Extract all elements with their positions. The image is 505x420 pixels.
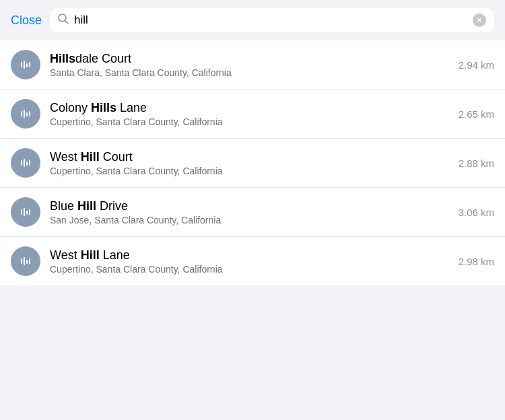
result-distance: 2.88 km [459,158,494,169]
close-button[interactable]: Close [11,13,42,28]
search-header: Close ✕ [0,0,505,40]
svg-rect-16 [26,211,28,215]
svg-rect-12 [26,162,28,166]
location-icon [11,246,40,276]
result-address: Cupertino, Santa Clara County, Californi… [50,166,444,176]
search-bar: ✕ [50,8,494,32]
list-item[interactable]: Hillsdale CourtSanta Clara, Santa Clara … [0,40,505,90]
svg-rect-5 [29,62,30,67]
results-list: Hillsdale CourtSanta Clara, Santa Clara … [0,40,505,285]
svg-rect-17 [29,209,30,215]
svg-rect-11 [24,159,25,167]
svg-rect-18 [21,258,22,264]
svg-rect-19 [24,257,25,265]
result-name: West Hill Court [50,150,444,164]
list-item[interactable]: Colony Hills LaneCupertino, Santa Clara … [0,90,505,139]
svg-rect-6 [21,111,22,116]
result-info: West Hill CourtCupertino, Santa Clara Co… [50,150,444,176]
search-input[interactable] [74,13,467,27]
clear-button[interactable]: ✕ [473,13,486,27]
result-address: Santa Clara, Santa Clara County, Califor… [50,67,444,78]
result-name: Colony Hills Lane [50,101,444,115]
list-item[interactable]: West Hill LaneCupertino, Santa Clara Cou… [0,237,505,285]
svg-rect-13 [29,160,30,166]
result-address: Cupertino, Santa Clara County, Californi… [50,264,444,275]
svg-rect-15 [24,208,25,216]
svg-rect-20 [26,260,28,264]
result-info: Colony Hills LaneCupertino, Santa Clara … [50,101,444,127]
result-distance: 2.98 km [459,256,494,267]
svg-rect-7 [24,110,25,118]
svg-rect-9 [29,111,30,116]
result-info: Blue Hill DriveSan Jose, Santa Clara Cou… [50,199,444,225]
location-icon [11,197,40,227]
list-item[interactable]: Blue Hill DriveSan Jose, Santa Clara Cou… [0,188,505,237]
svg-rect-4 [26,63,28,67]
result-distance: 3.06 km [459,207,494,218]
result-distance: 2.94 km [459,59,494,71]
result-distance: 2.65 km [459,108,494,120]
svg-rect-3 [24,61,25,69]
result-address: Cupertino, Santa Clara County, Californi… [50,116,444,127]
svg-rect-2 [21,62,22,67]
svg-line-1 [65,21,69,24]
result-name: Blue Hill Drive [50,199,444,213]
svg-rect-21 [29,258,30,264]
result-info: Hillsdale CourtSanta Clara, Santa Clara … [50,52,444,78]
svg-rect-10 [21,160,22,166]
result-address: San Jose, Santa Clara County, California [50,215,444,225]
result-info: West Hill LaneCupertino, Santa Clara Cou… [50,248,444,275]
search-icon [58,13,69,27]
svg-rect-8 [26,112,28,116]
list-item[interactable]: West Hill CourtCupertino, Santa Clara Co… [0,139,505,188]
svg-rect-14 [21,209,22,215]
location-icon [11,50,40,79]
result-name: Hillsdale Court [50,52,444,66]
location-icon [11,148,40,178]
result-name: West Hill Lane [50,248,444,262]
location-icon [11,99,40,129]
